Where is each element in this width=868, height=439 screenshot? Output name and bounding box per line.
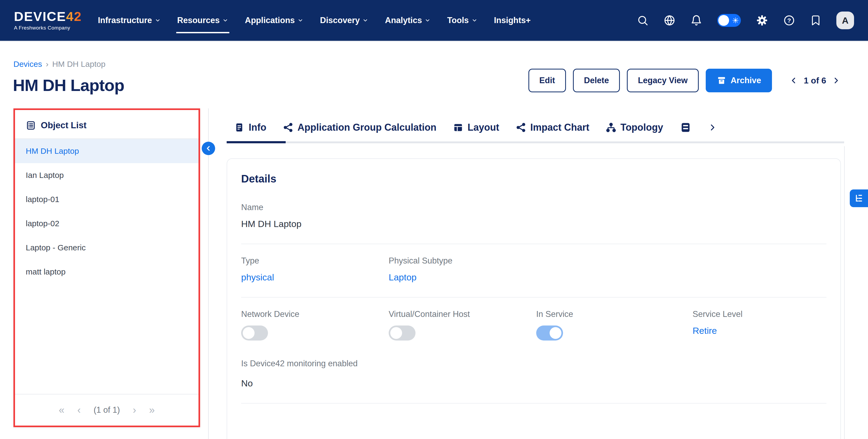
legacy-view-button[interactable]: Legacy View [627, 69, 699, 92]
name-field: Name HM DH Laptop [241, 203, 827, 229]
nav-item-analytics[interactable]: Analytics [385, 16, 431, 25]
settings-button[interactable] [756, 14, 768, 27]
share-icon [283, 122, 293, 133]
user-avatar[interactable]: A [836, 11, 854, 29]
collapse-sidebar-button[interactable] [202, 142, 215, 155]
delete-button[interactable]: Delete [573, 69, 620, 92]
last-page-button[interactable]: » [149, 405, 155, 415]
tab-impact-chart[interactable]: Impact Chart [516, 122, 589, 133]
chevron-down-icon [298, 18, 303, 23]
right-rail-divider [844, 146, 845, 439]
prev-record-button[interactable] [790, 77, 798, 85]
list-item[interactable]: Laptop - Generic [15, 236, 198, 260]
object-list-pagination: « ‹ (1 of 1) › » [15, 394, 198, 426]
toggles-row: Network Device Virtual/Container Host In… [241, 310, 827, 341]
details-heading: Details [241, 173, 827, 185]
help-icon: ? [783, 14, 795, 26]
list-item[interactable]: matt laptop [15, 260, 198, 284]
type-row: Type physical Physical Subtype Laptop [241, 256, 827, 283]
device42-logo[interactable]: DEVICE42 A Freshworks Company [14, 10, 82, 31]
logo-tagline: A Freshworks Company [14, 25, 82, 31]
globe-icon [663, 14, 675, 26]
divider [241, 297, 827, 298]
virtual-container-host-toggle[interactable] [389, 325, 415, 341]
prev-page-button[interactable]: ‹ [77, 405, 81, 415]
toggle-knob [390, 327, 402, 339]
toggle-knob [243, 327, 254, 339]
record-pager: 1 of 6 [790, 76, 840, 86]
search-button[interactable] [637, 14, 649, 26]
divider [241, 244, 827, 244]
help-button[interactable]: ? [783, 14, 795, 26]
next-page-button[interactable]: › [133, 405, 136, 415]
globe-button[interactable] [663, 14, 675, 26]
nav-item-tools[interactable]: Tools [447, 16, 477, 25]
in-service-toggle[interactable] [536, 325, 563, 341]
bookmark-icon [810, 15, 821, 26]
details-card: Details Name HM DH Laptop Type physical … [227, 158, 841, 439]
network-device-toggle[interactable] [241, 325, 268, 341]
top-navbar: DEVICE42 A Freshworks Company Infrastruc… [0, 0, 868, 41]
sun-icon [732, 17, 739, 24]
bookmark-button[interactable] [810, 15, 821, 26]
tab-info[interactable]: Info [234, 122, 266, 133]
page-indicator: (1 of 1) [94, 405, 120, 415]
name-value: HM DH Laptop [241, 219, 827, 229]
toggle-knob [550, 327, 561, 339]
physical-subtype-field: Physical Subtype Laptop [389, 256, 827, 283]
chevron-down-icon [425, 18, 431, 23]
tree-view-button[interactable] [850, 189, 868, 207]
physical-subtype-value-link[interactable]: Laptop [389, 272, 827, 283]
theme-toggle[interactable] [717, 14, 741, 27]
more-tabs-button[interactable] [708, 123, 717, 132]
chevron-down-icon [471, 18, 477, 23]
tab-application-group-calculation[interactable]: Application Group Calculation [283, 122, 436, 133]
next-record-button[interactable] [832, 77, 840, 85]
page-actions: Edit Delete Legacy View Archive 1 of 6 [528, 69, 840, 92]
virtual-container-host-label: Virtual/Container Host [389, 310, 536, 319]
sitemap-icon [606, 122, 616, 133]
type-value-link[interactable]: physical [241, 272, 389, 283]
tab-overflow-server[interactable] [680, 122, 691, 134]
chevron-down-icon [362, 18, 368, 23]
search-icon [637, 14, 649, 26]
object-list-panel: Object List HM DH Laptop Ian Laptop lapt… [13, 109, 200, 427]
notifications-button[interactable] [690, 14, 702, 26]
edit-button[interactable]: Edit [528, 69, 566, 92]
page-title: HM DH Laptop [13, 76, 124, 95]
theme-toggle-knob [718, 15, 729, 26]
breadcrumb-devices-link[interactable]: Devices [13, 60, 42, 68]
logo-wordmark: DEVICE42 [14, 10, 82, 23]
nav-item-infrastructure[interactable]: Infrastructure [98, 16, 161, 25]
main-nav: Infrastructure Resources Applications Di… [98, 16, 531, 25]
service-level-field: Service Level Retire [692, 310, 827, 341]
nav-item-discovery[interactable]: Discovery [320, 16, 368, 25]
tab-track [227, 141, 844, 143]
tab-topology[interactable]: Topology [606, 122, 663, 133]
network-device-field: Network Device [241, 310, 389, 341]
list-item[interactable]: HM DH Laptop [15, 139, 198, 163]
in-service-field: In Service [536, 310, 692, 341]
chevron-right-icon [832, 77, 840, 85]
divider [241, 403, 827, 404]
service-level-value-link[interactable]: Retire [692, 325, 827, 336]
list-item[interactable]: Ian Laptop [15, 163, 198, 187]
tab-layout[interactable]: Layout [453, 122, 499, 133]
nav-item-insights[interactable]: Insights+ [494, 16, 531, 25]
service-level-label: Service Level [692, 310, 827, 319]
physical-subtype-label: Physical Subtype [389, 256, 827, 266]
chevron-down-icon [222, 18, 228, 23]
nav-item-resources[interactable]: Resources [177, 16, 228, 25]
chevron-right-icon [708, 123, 717, 132]
breadcrumb-current: HM DH Laptop [52, 60, 105, 68]
name-label: Name [241, 203, 827, 212]
archive-button[interactable]: Archive [706, 69, 772, 92]
navbar-actions: ? A [637, 11, 854, 29]
share-icon [516, 122, 526, 133]
first-page-button[interactable]: « [59, 405, 64, 415]
list-item[interactable]: laptop-02 [15, 211, 198, 236]
record-pager-label: 1 of 6 [804, 76, 826, 86]
tree-list-icon [854, 193, 864, 203]
nav-item-applications[interactable]: Applications [245, 16, 303, 25]
list-item[interactable]: laptop-01 [15, 187, 198, 211]
